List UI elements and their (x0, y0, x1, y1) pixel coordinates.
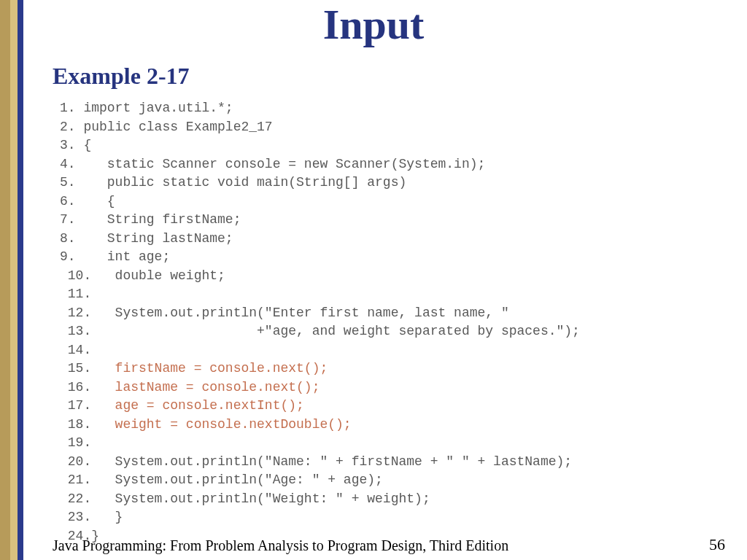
code-line: public static void main(String[] args) (83, 175, 406, 190)
line-number: 13 (60, 322, 83, 341)
line-number: 12 (60, 304, 83, 323)
line-number: 5 (60, 174, 68, 192)
code-line: } (91, 510, 123, 524)
code-line: System.out.println("Weight: " + weight); (91, 491, 430, 506)
page-subtitle: Example 2-17 (53, 63, 190, 90)
code-line: double weight; (91, 268, 225, 283)
line-number: 14 (60, 341, 83, 360)
side-stripe-mid (10, 0, 18, 560)
code-line: { (83, 138, 91, 152)
code-line: System.out.println("Age: " + age); (91, 472, 383, 487)
code-line: String firstName; (83, 212, 241, 227)
code-line: System.out.println("Enter first name, la… (91, 306, 509, 320)
code-line: +"age, and weight separated by spaces.")… (91, 324, 580, 338)
line-number: 22 (60, 490, 83, 509)
line-number: 1 (60, 99, 68, 118)
line-number: 10 (60, 267, 83, 286)
code-line: lastName = console.next(); (91, 380, 320, 394)
code-block: 1. import java.util.*; 2. public class E… (60, 99, 580, 545)
line-number: 20 (60, 453, 83, 472)
slide: Input Example 2-17 1. import java.util.*… (0, 0, 747, 560)
code-line: { (83, 194, 115, 209)
line-number: 19 (60, 434, 83, 453)
line-number: 18 (60, 416, 83, 435)
line-number: 9 (60, 248, 68, 267)
code-line: firstName = console.next(); (91, 361, 328, 376)
line-number: 16 (60, 378, 83, 397)
code-line: static Scanner console = new Scanner(Sys… (83, 157, 485, 171)
code-line: System.out.println("Name: " + firstName … (91, 454, 572, 469)
side-stripe-inner (18, 0, 23, 560)
line-number: 23 (60, 508, 83, 527)
code-line: public class Example2_17 (83, 120, 272, 134)
footer-text: Java Programming: From Problem Analysis … (53, 537, 508, 554)
page-number: 56 (709, 535, 725, 554)
line-number: 4 (60, 155, 68, 174)
code-line: age = console.nextInt(); (91, 398, 304, 413)
line-number: 11 (60, 285, 83, 304)
line-number: 3 (60, 136, 68, 155)
code-line: import java.util.*; (83, 101, 233, 115)
code-line: int age; (83, 249, 170, 264)
line-number: 15 (60, 359, 83, 378)
line-number: 6 (60, 192, 68, 211)
code-line: String lastName; (83, 231, 233, 246)
side-stripe-outer (0, 0, 10, 560)
page-title: Input (0, 0, 747, 49)
line-number: 17 (60, 397, 83, 416)
line-number: 2 (60, 118, 68, 137)
line-number: 8 (60, 230, 68, 249)
line-number: 7 (60, 211, 68, 230)
line-number: 21 (60, 471, 83, 490)
code-line: weight = console.nextDouble(); (91, 417, 351, 432)
